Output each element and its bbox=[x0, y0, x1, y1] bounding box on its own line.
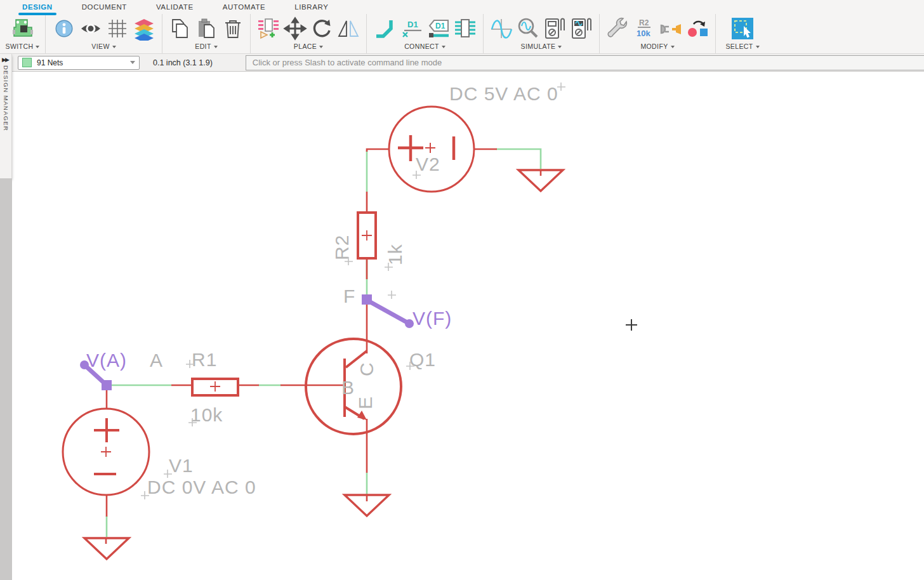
group-label-simulate: SIMULATE bbox=[521, 43, 556, 50]
nets-dropdown[interactable]: 91 Nets bbox=[18, 56, 140, 70]
chevron-down-icon bbox=[130, 61, 135, 64]
group-label-view: VIEW bbox=[91, 43, 109, 50]
design-manager-title: DESIGN MANAGER bbox=[3, 65, 10, 131]
net-color-swatch bbox=[22, 58, 32, 67]
plug-connectors-icon[interactable] bbox=[657, 15, 684, 42]
q1-pin-c-label: C bbox=[356, 362, 377, 376]
eye-icon[interactable] bbox=[77, 15, 104, 42]
expand-panel-icon[interactable]: ▶▶ bbox=[2, 56, 8, 63]
group-label-edit: EDIT bbox=[195, 43, 211, 50]
svg-text:R2: R2 bbox=[639, 18, 649, 27]
probe-vf-label: V(F) bbox=[412, 308, 452, 329]
probe-vf[interactable]: V(F) bbox=[362, 294, 452, 329]
tab-document[interactable]: DOCUMENT bbox=[81, 1, 128, 14]
v1-value-label: DC 0V AC 0 bbox=[147, 477, 256, 498]
switch-board-icon[interactable] bbox=[10, 15, 36, 42]
wire-icon[interactable] bbox=[372, 15, 399, 42]
tab-validate[interactable]: VALIDATE bbox=[155, 1, 195, 14]
group-switch: SWITCH bbox=[0, 14, 46, 53]
group-edit: EDIT bbox=[162, 14, 251, 53]
ribbon-tab-bar: DESIGN DOCUMENT VALIDATE AUTOMATE LIBRAR… bbox=[0, 0, 924, 14]
design-manager-panel[interactable]: ▶▶ DESIGN MANAGER bbox=[0, 54, 12, 178]
q1-pin-b-label: B bbox=[341, 377, 355, 398]
chevron-down-icon bbox=[36, 46, 39, 48]
schematic-canvas[interactable]: V2 DC 5V AC 0 R2 1k F V(F) B C E Q1 bbox=[0, 72, 924, 580]
component-r2[interactable]: R2 1k bbox=[331, 213, 406, 265]
copy-icon[interactable] bbox=[166, 15, 193, 42]
chevron-down-icon bbox=[112, 46, 116, 48]
nets-dropdown-value: 91 Nets bbox=[37, 58, 125, 67]
chevron-down-icon bbox=[671, 46, 675, 48]
name-tag-icon[interactable]: D1 bbox=[425, 15, 452, 42]
mirror-icon[interactable] bbox=[335, 15, 362, 42]
chevron-down-icon bbox=[214, 46, 218, 48]
grid-icon[interactable] bbox=[104, 15, 131, 42]
q1-pin-e-label: E bbox=[355, 396, 376, 409]
tab-automate[interactable]: AUTOMATE bbox=[221, 1, 267, 14]
cursor-crosshair-icon bbox=[626, 319, 637, 331]
net-a-label: A bbox=[150, 350, 163, 371]
net-label-icon[interactable]: D1 bbox=[399, 15, 425, 42]
group-select: SELECT bbox=[716, 14, 769, 53]
group-place: PLACE bbox=[251, 14, 367, 53]
multimeter-ac-icon[interactable] bbox=[568, 15, 595, 42]
group-label-connect: CONNECT bbox=[404, 43, 439, 50]
chevron-down-icon bbox=[756, 46, 760, 48]
chevron-down-icon bbox=[558, 46, 562, 48]
replace-icon[interactable] bbox=[684, 15, 711, 42]
move-icon[interactable] bbox=[282, 15, 308, 42]
delete-icon[interactable] bbox=[220, 15, 246, 42]
r1-ref-label: R1 bbox=[192, 349, 217, 370]
component-v1[interactable]: V1 DC 0V AC 0 bbox=[63, 409, 256, 498]
ic-pins-icon[interactable] bbox=[452, 15, 478, 42]
group-modify: R2 10k bbox=[600, 14, 716, 53]
probe-magnifier-icon[interactable] bbox=[515, 15, 541, 42]
r1-value-label: 10k bbox=[190, 404, 223, 425]
grid-coordinates: 0.1 inch (3.1 1.9) bbox=[153, 58, 213, 67]
status-bar: 91 Nets 0.1 inch (3.1 1.9) bbox=[0, 54, 924, 72]
multimeter-icon[interactable] bbox=[541, 15, 568, 42]
design-manager-rail: ▶▶ DESIGN MANAGER bbox=[0, 54, 12, 580]
wrench-icon[interactable] bbox=[604, 15, 631, 42]
info-icon[interactable] bbox=[51, 15, 77, 42]
paste-icon[interactable] bbox=[193, 15, 220, 42]
top-toolbar: DESIGN DOCUMENT VALIDATE AUTOMATE LIBRAR… bbox=[0, 0, 924, 54]
chevron-down-icon bbox=[442, 46, 446, 48]
select-box-icon[interactable] bbox=[729, 15, 756, 42]
edit-value-icon[interactable]: R2 10k bbox=[631, 15, 657, 42]
layers-icon[interactable] bbox=[131, 15, 157, 42]
group-label-select: SELECT bbox=[725, 43, 753, 50]
rotate-icon[interactable] bbox=[308, 15, 335, 42]
component-r1[interactable]: R1 10k bbox=[190, 349, 238, 425]
component-q1[interactable]: B C E Q1 bbox=[306, 339, 436, 434]
net-f-label: F bbox=[343, 286, 355, 306]
q1-ref-label: Q1 bbox=[409, 349, 436, 370]
r2-value-label: 1k bbox=[385, 244, 406, 265]
v1-ref-label: V1 bbox=[169, 455, 194, 476]
group-simulate: SIMULATE bbox=[484, 14, 600, 53]
chevron-down-icon bbox=[319, 46, 323, 48]
group-label-modify: MODIFY bbox=[640, 43, 668, 50]
group-label-switch: SWITCH bbox=[6, 43, 34, 50]
group-view: VIEW bbox=[46, 14, 162, 53]
r2-ref-label: R2 bbox=[331, 235, 352, 260]
probe-va[interactable]: V(A) bbox=[80, 350, 127, 390]
sine-wave-icon[interactable] bbox=[488, 15, 515, 42]
ribbon-icon-row: SWITCH bbox=[0, 14, 924, 53]
svg-text:10k: 10k bbox=[637, 29, 650, 38]
group-label-place: PLACE bbox=[294, 43, 317, 50]
probe-va-label: V(A) bbox=[86, 350, 127, 371]
group-connect: D1 D1 bbox=[367, 14, 484, 53]
svg-text:D1: D1 bbox=[435, 22, 446, 30]
tab-design[interactable]: DESIGN bbox=[21, 1, 54, 14]
svg-text:D1: D1 bbox=[407, 20, 418, 29]
v2-value-label: DC 5V AC 0 bbox=[449, 83, 558, 104]
place-part-icon[interactable] bbox=[255, 15, 282, 42]
command-line-input[interactable] bbox=[246, 55, 924, 70]
v2-ref-label: V2 bbox=[416, 154, 440, 175]
tab-library[interactable]: LIBRARY bbox=[293, 1, 329, 14]
rail-track bbox=[0, 178, 12, 580]
